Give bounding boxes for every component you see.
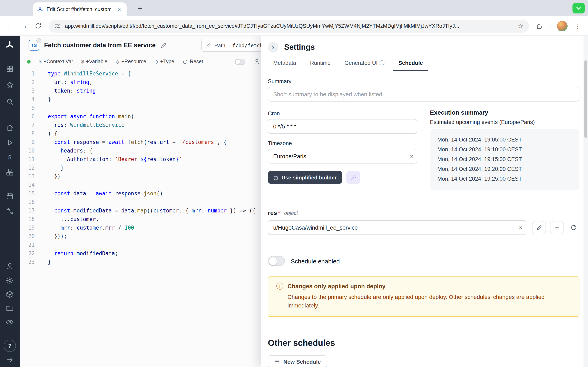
reset-button[interactable]: Reset xyxy=(182,59,203,64)
browser-tab[interactable]: Edit Script f/bd/fetch_custom × xyxy=(33,2,127,16)
add-resource-value-button[interactable]: + xyxy=(550,221,564,234)
sidebar-search-icon[interactable] xyxy=(6,98,14,106)
code-line-text: }) xyxy=(37,172,61,181)
add-context-var-button[interactable]: $ +Context Var xyxy=(39,59,73,64)
simplified-builder-button[interactable]: ◷ Use simplified builder xyxy=(268,171,342,184)
reload-button[interactable] xyxy=(35,22,42,29)
ai-assist-button[interactable] xyxy=(346,171,360,184)
sidebar-folders-icon[interactable] xyxy=(6,304,14,312)
line-number: 3 xyxy=(20,86,37,95)
warning-title: Changes only applied upon deploy xyxy=(287,283,385,289)
code-line-text: export async function main( xyxy=(37,112,134,121)
add-variable-label: +Variable xyxy=(86,59,107,64)
code-line-text: token: string xyxy=(37,86,96,95)
add-resource-label: +Resource xyxy=(121,59,146,64)
add-type-button[interactable]: ◇ +Type xyxy=(154,59,174,64)
sidebar-runs-icon[interactable] xyxy=(6,139,14,147)
line-number: 7 xyxy=(20,121,37,129)
resource-input[interactable] xyxy=(268,220,526,235)
line-number: 6 xyxy=(20,112,37,121)
close-settings-icon[interactable]: × xyxy=(268,42,278,53)
profile-avatar[interactable] xyxy=(557,21,568,31)
sidebar-variables-icon[interactable]: $ xyxy=(6,153,14,161)
windmill-logo[interactable] xyxy=(5,40,15,50)
upcoming-events-box: Mon, 14 Oct 2024, 19:05:00 CEST Mon, 14 … xyxy=(430,129,579,190)
calendar-icon xyxy=(274,359,280,365)
event-item: Mon, 14 Oct 2024, 19:25:00 CEST xyxy=(437,174,575,184)
line-number: 23 xyxy=(20,258,37,266)
code-line-text: } xyxy=(37,164,64,172)
new-schedule-label: New Schedule xyxy=(283,359,321,365)
sidebar-home-icon[interactable] xyxy=(6,124,14,132)
event-item: Mon, 14 Oct 2024, 19:20:00 CEST xyxy=(437,164,575,174)
tab-generated-ui[interactable]: Generated UI ⓘ xyxy=(339,56,390,71)
line-number: 17 xyxy=(20,206,37,215)
code-line-text xyxy=(37,104,48,112)
add-resource-button[interactable]: ◇ +Resource xyxy=(116,59,146,64)
bookmark-star-icon[interactable]: ☆ xyxy=(518,22,523,30)
sidebar-collapse-icon[interactable] xyxy=(6,356,14,364)
info-icon: ⓘ xyxy=(380,59,384,67)
add-variable-button[interactable]: $ +Variable xyxy=(81,59,107,64)
code-line-text xyxy=(37,181,48,189)
browser-menu-icon[interactable]: ⋮ xyxy=(572,20,584,32)
code-line-text: mrr: customer.mrr / 100 xyxy=(37,224,134,232)
script-title: Fetch customer data from EE service xyxy=(44,42,156,49)
cron-input[interactable] xyxy=(268,119,417,134)
site-settings-icon[interactable] xyxy=(54,23,61,29)
address-bar[interactable]: app.windmill.dev/scripts/edit/f/bd/fetch… xyxy=(49,19,529,33)
clock-icon: ◷ xyxy=(274,174,278,180)
timezone-input[interactable] xyxy=(268,149,417,164)
tab-close-icon[interactable]: × xyxy=(116,6,123,13)
other-schedules-title: Other schedules xyxy=(268,338,579,348)
plus-icon: + xyxy=(555,224,559,231)
code-line-text: } xyxy=(37,258,51,266)
help-button[interactable]: ? xyxy=(4,340,16,352)
extensions-icon[interactable] xyxy=(536,22,544,30)
clear-resource-icon[interactable]: × xyxy=(519,224,522,231)
refresh-resource-button[interactable] xyxy=(571,224,577,231)
editor-mode-toggle[interactable] xyxy=(235,58,246,65)
sidebar-schedules-icon[interactable] xyxy=(6,192,14,200)
forward-button[interactable]: → xyxy=(18,20,30,32)
path-label: Path xyxy=(214,42,225,48)
clear-timezone-icon[interactable]: × xyxy=(410,153,413,159)
execution-summary-title: Execution summary xyxy=(430,109,579,116)
add-context-var-label: +Context Var xyxy=(43,59,73,64)
dollar-icon: $ xyxy=(39,59,42,64)
sidebar-audit-logs-icon[interactable] xyxy=(6,318,14,326)
sidebar-favorites-icon[interactable] xyxy=(6,81,14,89)
app-area: $ ? TS Fetch customer data from EE servi… xyxy=(0,36,588,367)
assistant-icon xyxy=(254,58,260,65)
settings-tabs: Metadata Runtime Generated UI ⓘ Schedule xyxy=(261,56,588,71)
code-line-text: url: string, xyxy=(37,78,93,86)
script-status-dot xyxy=(27,60,31,63)
sidebar-routes-icon[interactable] xyxy=(6,207,14,215)
tab-runtime[interactable]: Runtime xyxy=(305,56,336,71)
new-tab-button[interactable]: + xyxy=(135,3,145,14)
code-line-text: ...customer, xyxy=(37,215,99,224)
record-indicator-button[interactable] xyxy=(572,3,585,13)
tab-metadata[interactable]: Metadata xyxy=(268,56,302,71)
new-schedule-button[interactable]: New Schedule xyxy=(268,355,327,367)
chevron-down-icon xyxy=(576,5,581,10)
settings-panel: × Settings Metadata Runtime Generated UI… xyxy=(261,36,588,367)
panel-scrollbar-thumb[interactable] xyxy=(584,60,587,138)
back-button[interactable]: ← xyxy=(4,20,16,32)
edit-resource-button[interactable] xyxy=(532,221,546,234)
tab-runtime-label: Runtime xyxy=(310,60,331,66)
tab-schedule[interactable]: Schedule xyxy=(393,56,428,71)
sidebar-resources-icon[interactable] xyxy=(6,168,14,176)
resource-type: object xyxy=(284,210,298,216)
schedule-form-column: Cron Timezone × ◷ Use simplified builder xyxy=(268,107,417,190)
path-divider xyxy=(229,42,229,49)
sidebar-user-icon[interactable] xyxy=(6,262,14,270)
summary-input[interactable] xyxy=(268,87,579,101)
edit-title-icon[interactable] xyxy=(160,42,167,48)
sidebar-apps-icon[interactable] xyxy=(6,65,14,73)
schedule-enabled-toggle[interactable] xyxy=(268,256,285,266)
simplified-builder-label: Use simplified builder xyxy=(282,174,337,180)
sidebar-workers-icon[interactable] xyxy=(6,290,14,299)
code-line-text: Authorization: `Bearer ${res.token}` xyxy=(37,155,182,164)
sidebar-settings-icon[interactable] xyxy=(6,276,14,285)
